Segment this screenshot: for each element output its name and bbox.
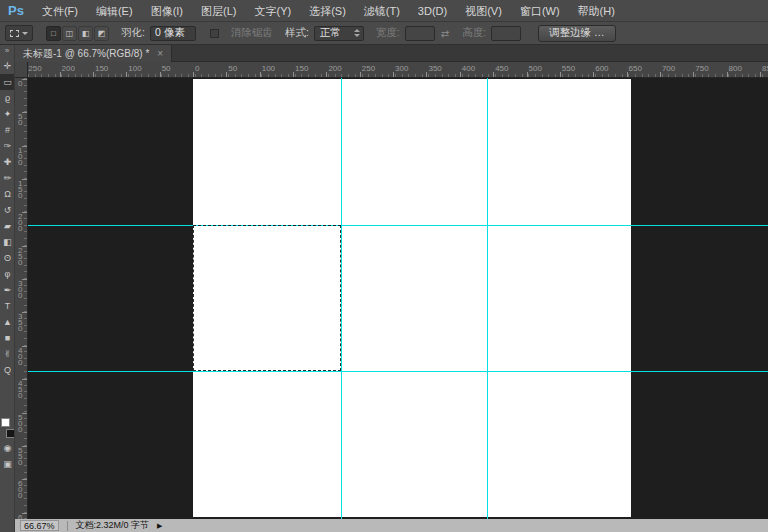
photoshop-window: Ps 文件(F)编辑(E)图像(I)图层(L)文字(Y)选择(S)滤镜(T)3D… — [0, 0, 768, 532]
ruler-h-tick: 600 — [593, 62, 623, 78]
close-icon[interactable]: × — [157, 48, 163, 59]
lasso-tool[interactable]: ϱ — [0, 90, 15, 106]
ruler-h-tick: 750 — [693, 62, 723, 78]
refine-edge-button[interactable]: 调整边缘 … — [538, 25, 615, 42]
rectangle-tool[interactable]: ■ — [0, 330, 15, 346]
style-select[interactable]: 正常 — [314, 26, 364, 41]
document-tab-bar: 未标题-1 @ 66.7%(RGB/8) * × — [15, 45, 768, 62]
tick-label: 800 — [729, 64, 742, 73]
style-value: 正常 — [320, 26, 341, 40]
eyedropper-tool[interactable]: ✑ — [0, 138, 15, 154]
move-tool[interactable]: ✛ — [0, 58, 15, 74]
width-input[interactable] — [405, 26, 435, 41]
antialias-checkbox[interactable] — [210, 29, 219, 38]
new-selection-button[interactable]: □ — [46, 26, 61, 41]
ruler-h-tick: 50 — [160, 62, 190, 78]
height-input[interactable] — [491, 26, 521, 41]
ruler-h-tick: 0 — [193, 62, 223, 78]
ruler-origin-corner[interactable] — [15, 62, 28, 78]
pen-tool[interactable]: ✒ — [0, 282, 15, 298]
gradient-tool[interactable]: ◧ — [0, 234, 15, 250]
toolbar-collapse-button[interactable]: » — [0, 45, 14, 58]
ruler-h-tick: 100 — [126, 62, 156, 78]
options-bar: □◫◧◩ 羽化: 0 像素 消除锯齿 样式: 正常 宽度: ⇄ 高度: 调整边缘… — [0, 22, 768, 45]
blur-tool[interactable]: ʘ — [0, 250, 15, 266]
canvas-area[interactable] — [28, 78, 768, 519]
dodge-tool[interactable]: φ — [0, 266, 15, 282]
clone-stamp-tool[interactable]: Ω — [0, 186, 15, 202]
intersect-selection-button[interactable]: ◩ — [94, 26, 109, 41]
horizontal-ruler[interactable]: 3002502001501005005010015020025030035040… — [28, 62, 768, 78]
screen-mode-button[interactable]: ▣ — [0, 456, 15, 472]
menu-item-3d[interactable]: 3D(D) — [409, 0, 456, 22]
rectangular-marquee-tool[interactable]: ▭ — [0, 74, 15, 90]
height-label: 高度: — [462, 26, 486, 40]
tool-list: ✛▭ϱ✦#✑✚✏Ω↺▰◧ʘφ✒T▲■✌Q — [0, 58, 14, 378]
ruler-h-tick: 650 — [627, 62, 657, 78]
tool-preset-dropdown[interactable] — [5, 25, 33, 41]
tick-label: 100 — [128, 64, 141, 73]
quick-mask-button[interactable]: ◉ — [0, 440, 15, 456]
tick-label: 500 — [529, 64, 542, 73]
spot-healing-brush-tool[interactable]: ✚ — [0, 154, 15, 170]
ruler-h-tick: 500 — [527, 62, 557, 78]
crop-tool[interactable]: # — [0, 122, 15, 138]
tick-label: 6 0 0 — [18, 481, 22, 499]
type-tool[interactable]: T — [0, 298, 15, 314]
width-label: 宽度: — [376, 26, 400, 40]
background-color-swatch[interactable] — [6, 429, 15, 438]
add-to-selection-button[interactable]: ◫ — [62, 26, 77, 41]
menu-item-filter[interactable]: 滤镜(T) — [355, 0, 409, 22]
zoom-level-field[interactable]: 66.67% — [20, 520, 59, 531]
ruler-v-tick: 3 0 0 — [15, 279, 28, 307]
subtract-from-selection-button[interactable]: ◧ — [78, 26, 93, 41]
ruler-h-tick: 250 — [28, 62, 56, 78]
quick-selection-tool[interactable]: ✦ — [0, 106, 15, 122]
color-swatches[interactable] — [0, 418, 15, 440]
tick-label: 400 — [462, 64, 475, 73]
ruler-h-tick: 400 — [460, 62, 490, 78]
menu-item-image[interactable]: 图像(I) — [142, 0, 192, 22]
menu-item-file[interactable]: 文件(F) — [33, 0, 87, 22]
status-bar: 66.67% 文档:2.32M/0 字节 ▶ — [15, 519, 768, 532]
menu-item-help[interactable]: 帮助(H) — [569, 0, 624, 22]
menu-item-select[interactable]: 选择(S) — [300, 0, 355, 22]
tick-label: 5 0 — [18, 114, 22, 126]
swap-dimensions-icon[interactable]: ⇄ — [441, 28, 449, 39]
ruler-v-tick: 2 0 0 — [15, 212, 28, 240]
path-selection-tool[interactable]: ▲ — [0, 314, 15, 330]
brush-tool[interactable]: ✏ — [0, 170, 15, 186]
selection-marquee — [193, 225, 341, 371]
photoshop-logo: Ps — [5, 3, 33, 18]
menu-item-layer[interactable]: 图层(L) — [192, 0, 245, 22]
ruler-h-tick: 350 — [426, 62, 456, 78]
ruler-v-tick: 1 5 0 — [15, 179, 28, 207]
hand-tool[interactable]: ✌ — [0, 346, 15, 362]
menu-item-type[interactable]: 文字(Y) — [245, 0, 300, 22]
menu-item-window[interactable]: 窗口(W) — [511, 0, 569, 22]
tick-label: 4 5 0 — [18, 381, 22, 399]
menu-item-edit[interactable]: 编辑(E) — [87, 0, 142, 22]
feather-input[interactable]: 0 像素 — [150, 26, 196, 41]
menu-item-view[interactable]: 视图(V) — [456, 0, 511, 22]
status-menu-arrow[interactable]: ▶ — [157, 522, 162, 530]
foreground-color-swatch[interactable] — [1, 418, 10, 427]
tick-label: 450 — [495, 64, 508, 73]
tick-label: 5 0 0 — [18, 415, 22, 433]
history-brush-tool[interactable]: ↺ — [0, 202, 15, 218]
tick-label: 0 — [18, 81, 22, 87]
tick-label: 650 — [629, 64, 642, 73]
vertical-ruler[interactable]: 05 01 0 01 5 02 0 02 5 03 0 03 5 04 0 04… — [15, 78, 28, 519]
feather-value: 0 像素 — [155, 26, 185, 40]
tick-label: 5 5 0 — [18, 448, 22, 466]
document-tab[interactable]: 未标题-1 @ 66.7%(RGB/8) * × — [15, 45, 172, 62]
zoom-tool[interactable]: Q — [0, 362, 15, 378]
style-label: 样式: — [285, 26, 309, 40]
tick-label: 350 — [428, 64, 441, 73]
ruler-v-tick: 2 5 0 — [15, 246, 28, 274]
eraser-tool[interactable]: ▰ — [0, 218, 15, 234]
ruler-h-tick: 100 — [260, 62, 290, 78]
tool-bar: » ✛▭ϱ✦#✑✚✏Ω↺▰◧ʘφ✒T▲■✌Q ◉ ▣ — [0, 45, 15, 532]
guide-horizontal — [28, 225, 768, 226]
tick-label: 100 — [262, 64, 275, 73]
